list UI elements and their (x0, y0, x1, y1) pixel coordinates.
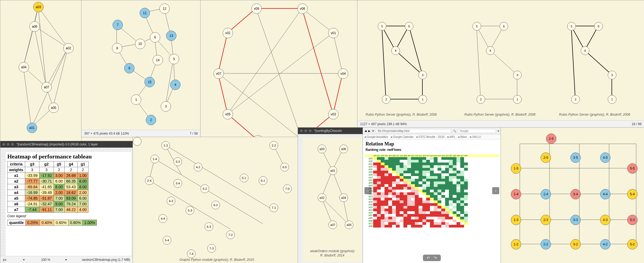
close-icon[interactable] (300, 129, 303, 132)
relmap-cell (434, 173, 438, 176)
rotate-right-icon[interactable]: ↷ (434, 256, 437, 260)
bookmark-item[interactable]: Google Calendar (391, 135, 413, 138)
titlebar-heatmap[interactable]: *[randomCBHeatmap] (imported)-3.0 (RGB c… (0, 141, 133, 148)
rotate-left-icon[interactable]: ↶ (427, 256, 430, 260)
relmap-cell (422, 163, 426, 165)
panel-outranking-a: a03 a06 a02 a04 a07 a05 a01 (0, 0, 82, 141)
relmap-cell (415, 184, 419, 187)
relmap-cell (392, 181, 396, 184)
bookmark-item[interactable]: Bikes (458, 135, 467, 138)
relmap-cell (400, 179, 403, 181)
relmap-cell (373, 198, 377, 200)
relmap-cell (377, 206, 381, 209)
maximize-icon[interactable] (309, 129, 311, 132)
e-5-3: 5-3 (186, 206, 194, 215)
relmap-cell (385, 168, 388, 171)
url-bar[interactable]: file:///tmp/relationMap.html (376, 129, 451, 133)
hm-cell: 8.00 (77, 184, 88, 190)
bookmark-item[interactable]: AIPL (447, 135, 455, 138)
search-input[interactable] (458, 129, 496, 133)
d2-n5: 5 (472, 22, 481, 31)
relmap-cell (438, 200, 441, 203)
relmap-cell (385, 211, 388, 214)
relmap-cell (396, 165, 400, 168)
node-v01: v01 (328, 28, 339, 38)
bookmark-item[interactable]: UNI.LU (470, 135, 481, 138)
relmap-cell (464, 190, 468, 192)
relmap-cell (441, 190, 445, 192)
relmap-cell (445, 160, 449, 163)
relmap-col: a03 (388, 154, 392, 157)
relmap-cell (453, 184, 456, 187)
relmap-cell (430, 165, 434, 168)
relmap-cell (403, 214, 407, 217)
zoom-level[interactable]: 100 % (41, 258, 50, 262)
relmap-cell (464, 165, 468, 168)
window-controls-f[interactable] (300, 129, 311, 132)
window-controls[interactable] (2, 143, 14, 146)
relmap-cell (453, 217, 456, 219)
relmap-cell (456, 225, 460, 228)
svg-line-45 (228, 8, 302, 114)
relmap-cell (411, 187, 415, 190)
grid-node-3-2: 3-2 (570, 239, 581, 249)
unit-select[interactable]: px (3, 258, 6, 262)
relmap-cell (415, 187, 419, 190)
relmap-cell (453, 222, 456, 225)
e-3-3: 3-3 (173, 157, 182, 166)
e-7-3: 7-3 (207, 244, 216, 253)
relmap-cell (449, 222, 453, 225)
relmap-cell (407, 200, 411, 203)
relmap-cell (407, 211, 411, 214)
relmap-cell (441, 187, 445, 190)
relmap-cell (445, 168, 449, 171)
menu-icon[interactable]: ≡ (498, 129, 499, 132)
relmap-cell (381, 200, 385, 203)
relmap-cell (438, 222, 441, 225)
relmap-cell (430, 181, 434, 184)
relmap-cell (388, 179, 392, 181)
relmap-cell (453, 157, 456, 160)
maximize-icon[interactable] (11, 143, 14, 146)
minimize-icon[interactable] (7, 143, 9, 146)
bookmark-item[interactable]: FSTC Moodle - 15/16 (416, 135, 444, 138)
relmap-cell (422, 187, 426, 190)
hm-cell: 6.00 (54, 178, 64, 184)
relmap-cell (392, 198, 396, 200)
hm-cell: 9.00 (54, 201, 64, 207)
carousel-next-icon[interactable]: › (492, 187, 499, 194)
relmap-cell (434, 165, 438, 168)
search-icon[interactable]: 🔍 (453, 129, 456, 132)
bookmark-bar[interactable]: Google ActualitésGoogle CalendarFSTC Moo… (363, 134, 501, 139)
relmap-cell (392, 176, 396, 179)
relmap-cell (403, 171, 407, 173)
relmap-cell (403, 179, 407, 181)
titlebar-weakorders[interactable]: *[sortingByChoosin (298, 128, 363, 134)
relmap-cell (396, 200, 400, 203)
relmap-cell (373, 190, 377, 192)
nav-back-icon[interactable]: ◀ (364, 129, 367, 132)
relmap-cell (385, 219, 388, 222)
gallery-controls[interactable]: ↶↷ (423, 255, 441, 261)
reload-icon[interactable]: ⟳ (372, 129, 374, 132)
relmap-cell (426, 171, 430, 173)
relmap-cell (434, 190, 438, 192)
relmap-cell (453, 181, 456, 184)
minimize-icon[interactable] (304, 129, 307, 132)
relmap-cell (396, 184, 400, 187)
close-icon[interactable] (2, 143, 5, 146)
relmap-cell (456, 184, 460, 187)
relmap-row-label: a02 (364, 184, 373, 187)
relmap-cell (445, 187, 449, 190)
hm-cell: 26.68 (64, 173, 77, 178)
nav-fwd-icon[interactable]: ▶ (368, 129, 370, 132)
bookmark-item[interactable]: Google Actualités (364, 135, 388, 138)
relmap-cell (396, 225, 400, 228)
relmap-cell (441, 173, 445, 176)
relmap-cell (456, 222, 460, 225)
carousel-prev-icon[interactable]: ‹ (364, 187, 372, 194)
relmap-cell (456, 217, 460, 219)
relmap-cell (434, 157, 438, 160)
hm-cell: -32.47 (39, 201, 54, 207)
relmap-cell (464, 217, 468, 219)
